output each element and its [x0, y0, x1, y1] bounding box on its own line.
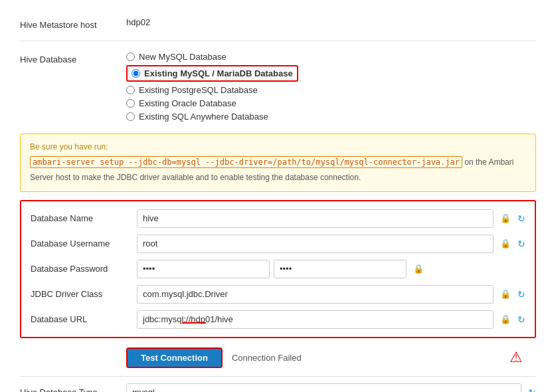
divider-1	[20, 41, 536, 41]
radio-existing-oracle[interactable]: Existing Oracle Database	[126, 98, 536, 108]
radio-new-mysql-input[interactable]	[126, 52, 135, 61]
jdbc-driver-lock-icon: 🔒	[500, 289, 511, 299]
database-name-refresh-icon[interactable]: ↻	[517, 213, 525, 224]
database-url-wrapper	[137, 310, 494, 329]
radio-existing-sql-anywhere[interactable]: Existing SQL Anywhere Database	[126, 112, 536, 122]
database-username-row: Database Username 🔒 ↻	[31, 235, 525, 253]
jdbc-driver-refresh-icon[interactable]: ↻	[517, 289, 525, 300]
test-connection-row: Test Connection Connection Failed ⚠	[126, 347, 536, 368]
fields-section: Database Name 🔒 ↻ Database Username 🔒 ↻ …	[20, 200, 536, 338]
database-username-refresh-icon[interactable]: ↻	[517, 239, 525, 249]
radio-existing-mysql-label: Existing MySQL / MariaDB Database	[144, 68, 293, 78]
warning-icon: ⚠	[510, 349, 523, 366]
database-username-label: Database Username	[31, 239, 137, 248]
database-password-confirm-input[interactable]	[274, 260, 407, 278]
database-name-inputs: 🔒 ↻	[137, 209, 525, 228]
radio-existing-postgresql[interactable]: Existing PostgreSQL Database	[126, 85, 536, 95]
hive-database-label: Hive Database	[20, 52, 126, 64]
hive-database-type-label: Hive Database Type	[20, 387, 126, 392]
database-url-lock-icon: 🔒	[500, 314, 511, 324]
notice-box: Be sure you have run: ambari-server setu…	[20, 134, 536, 192]
database-name-label: Database Name	[31, 213, 137, 223]
radio-existing-mysql[interactable]: Existing MySQL / MariaDB Database	[126, 65, 298, 82]
notice-content: ambari-server setup --jdbc-db=mysql --jd…	[30, 156, 526, 169]
database-url-input[interactable]	[137, 310, 494, 329]
radio-new-mysql-label: New MySQL Database	[139, 52, 227, 62]
metastore-host-label: Hive Metastore host	[20, 17, 126, 30]
radio-existing-postgresql-label: Existing PostgreSQL Database	[139, 85, 258, 95]
database-username-inputs: 🔒 ↻	[137, 235, 525, 253]
database-url-row: Database URL 🔒 ↻	[31, 310, 525, 329]
metastore-host-row: Hive Metastore host hdp02	[20, 13, 536, 34]
hive-database-type-inputs: ↻	[126, 383, 536, 392]
jdbc-driver-inputs: 🔒 ↻	[137, 285, 525, 304]
radio-existing-oracle-label: Existing Oracle Database	[139, 98, 236, 108]
radio-existing-oracle-input[interactable]	[126, 99, 135, 108]
hive-database-type-row: Hive Database Type ↻	[20, 383, 536, 392]
database-password-inputs: 🔒	[137, 260, 525, 278]
hive-database-row: Hive Database New MySQL Database Existin…	[20, 48, 536, 126]
database-url-inputs: 🔒 ↻	[137, 310, 525, 329]
notice-title: Be sure you have run:	[30, 141, 526, 153]
radio-existing-postgresql-input[interactable]	[126, 86, 135, 94]
database-password-lock-icon: 🔒	[413, 264, 424, 274]
database-username-input[interactable]	[137, 235, 494, 253]
notice-description: Server host to make the JDBC driver avai…	[30, 171, 526, 184]
test-connection-button[interactable]: Test Connection	[126, 347, 223, 368]
jdbc-driver-label: JDBC Driver Class	[31, 289, 137, 299]
radio-new-mysql[interactable]: New MySQL Database	[126, 52, 536, 62]
database-password-input[interactable]	[137, 260, 270, 278]
notice-command: ambari-server setup --jdbc-db=mysql --jd…	[30, 156, 462, 168]
jdbc-driver-row: JDBC Driver Class 🔒 ↻	[31, 285, 525, 304]
database-username-lock-icon: 🔒	[500, 239, 511, 248]
database-name-lock-icon: 🔒	[500, 213, 511, 223]
radio-existing-sql-anywhere-label: Existing SQL Anywhere Database	[139, 112, 268, 122]
divider-2	[20, 376, 536, 377]
metastore-host-value: hdp02	[126, 17, 536, 27]
jdbc-driver-input[interactable]	[137, 285, 494, 304]
notice-suffix: on the Ambari	[464, 157, 513, 167]
hive-database-type-refresh-icon[interactable]: ↻	[528, 387, 536, 392]
database-name-row: Database Name 🔒 ↻	[31, 209, 525, 228]
connection-failed-label: Connection Failed	[232, 353, 302, 363]
hive-database-type-input[interactable]	[126, 383, 521, 392]
radio-existing-mysql-input[interactable]	[132, 69, 140, 78]
hive-database-options: New MySQL Database Existing MySQL / Mari…	[126, 52, 536, 122]
radio-existing-sql-anywhere-input[interactable]	[126, 112, 135, 121]
database-name-input[interactable]	[137, 209, 494, 228]
database-url-label: Database URL	[31, 314, 137, 324]
database-url-refresh-icon[interactable]: ↻	[517, 314, 525, 325]
database-password-label: Database Password	[31, 264, 137, 274]
database-password-row: Database Password 🔒	[31, 260, 525, 278]
